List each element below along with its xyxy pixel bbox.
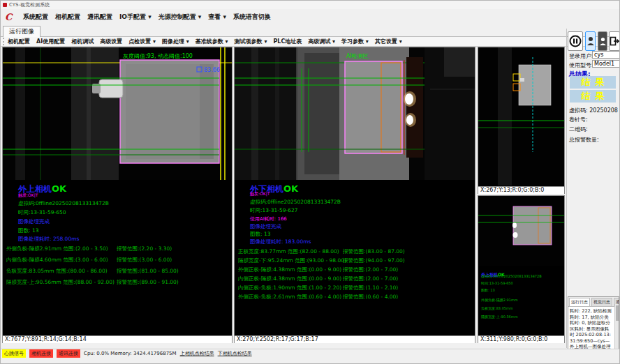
alarm-range: 报警范围:(94.00 - 97.00)	[343, 257, 405, 264]
exit-door-icon	[610, 36, 619, 46]
upper-camera-panel: 灰度阈值:93, 动态阈值:100 83.66 外上相机OK 触发:OK|T 虚…	[2, 47, 232, 343]
lower-camera-result: OK	[283, 183, 298, 194]
measurement-value: 隔膜宽度-上:90.56mm 范围:(88.00 - 92.00)	[6, 279, 115, 286]
virtual-code-label: 虚拟码: 20250208	[569, 107, 618, 114]
measure-tag-label: 83.66	[204, 67, 220, 73]
tool-advanced-debug[interactable]: 高级调试 ▾	[308, 38, 335, 45]
measurement-value: 内侧正极-负极:1.90mm 范围:(1.00 - 2.20)	[238, 285, 341, 291]
tool-camera-config[interactable]: 相机配置	[8, 38, 30, 45]
alarm-range: 报警范围:(2.20 - 3.30)	[117, 245, 172, 252]
app-window: CYS-视觉检测系统 C 系统配置 相机配置 通讯配置 IO手配置 ▾ 光源控制…	[0, 0, 620, 364]
lower-code-text: 虚拟码:0ffline2025020813313472B	[250, 199, 341, 206]
upper-camera-check-link[interactable]: 上相机点检结果	[180, 350, 214, 357]
measurement-value: 负极宽度:83.05mm 范围:(80.00 - 86.00)	[6, 268, 108, 275]
measurement-value: 隔膜宽度-下:95.24mm 范围:(93.00 - 98.00)	[238, 257, 346, 264]
measurement-value: 内侧正极-隔膜:4.38mm 范围:(0.00 - 9.00)	[238, 275, 341, 282]
thumb-text-line: 时间:13-31-59-650	[481, 281, 513, 285]
log-content: 耗时: 222, 缺陷检测耗时: 17, 缺陷分类耗时: 0, 缺陷提取分区耗时…	[568, 307, 619, 349]
upper-time-text: 时间:13-31-59-650	[18, 209, 66, 216]
upper-trigger-text: 触发:OK|T	[18, 192, 38, 199]
login-user-field[interactable]	[592, 51, 620, 59]
tool-learning-params[interactable]: 学习参数 ▾	[341, 38, 369, 45]
log-panel: 运行日志 视觉日志 通讯日志 耗时: 222, 缺陷检测耗时: 17, 缺陷分类…	[568, 296, 619, 349]
thumb-text-line: 虚拟码:0ffline2025020813313472B	[481, 274, 542, 278]
alarm-range: 报警范围:(0.60 - 4.00)	[343, 294, 398, 301]
camera-connect-badge: 相机连接	[29, 349, 53, 358]
tool-spot-check[interactable]: 点检设置 ▾	[128, 38, 156, 45]
cpu-memory-text: Cpu: 0.0% Memory: 3424.41796875M	[84, 351, 177, 356]
toolbar: 相机配置 AI使用配置 相机调试 高级设置 点检设置 ▾ 图像处理 ▾ 基准线参…	[1, 37, 620, 47]
upper-camera-statusline: X:7677;Y:891;R:14;G:14;B:14	[3, 335, 232, 343]
log-tab-run[interactable]: 运行日志	[569, 298, 590, 306]
user-settings-button[interactable]	[598, 31, 607, 51]
measurement-row: 隔膜宽度-下:95.24mm 范围:(93.00 - 98.00) 报警范围:(…	[235, 257, 475, 264]
lower-camera-check-link[interactable]: 下相机点检结果	[218, 350, 252, 357]
user-gear-icon	[599, 37, 607, 46]
thumbnail-bottom-image[interactable]	[478, 196, 564, 266]
tab-run-image[interactable]: 运行图像	[3, 26, 40, 37]
tool-plc-address-table[interactable]: PLC地址表	[273, 38, 302, 45]
tool-image-processing[interactable]: 图像处理 ▾	[162, 38, 189, 45]
lower-done-text: 图像处理完成	[250, 223, 281, 230]
tool-camera-debug[interactable]: 相机调试	[71, 38, 94, 45]
tool-other-settings[interactable]: 其它设置 ▾	[375, 38, 402, 45]
upper-camera-image[interactable]: 灰度阈值:93, 动态阈值:100 83.66	[3, 47, 232, 180]
log-scrollbar[interactable]	[614, 304, 619, 349]
measurement-row: 内侧正极-负极:1.90mm 范围:(1.00 - 2.20) 报警范围:(1.…	[235, 285, 475, 291]
upper-elapsed-text: 图像处理耗时: 258.00ms	[18, 236, 79, 243]
thumbnail-top-image[interactable]	[478, 47, 564, 185]
lower-camera-panel: AI检测区 外下相机OK 触发:OK|T 虚拟码:0ffline20250208…	[234, 47, 475, 343]
menu-system-config[interactable]: 系统配置	[23, 13, 48, 22]
measurement-value: 外侧正极-负极:2.61mm 范围:(0.60 - 4.00)	[238, 294, 341, 301]
thumbnail-top-panel: X:267;Y:13;R:0;G:0;B:0	[478, 47, 565, 194]
menu-view[interactable]: 查看 ▾	[208, 13, 226, 22]
menu-comm-config[interactable]: 通讯配置	[87, 13, 112, 22]
measurement-row: 外侧正极-隔膜:4.38mm 范围:(0.00 - 9.00) 报警范围:(2.…	[235, 266, 475, 273]
toolbar-grip[interactable]	[3, 38, 4, 45]
tool-baseline-params[interactable]: 基准线参数 ▾	[195, 38, 228, 45]
upper-code-text: 虚拟码:0ffline2025020813313472B	[18, 200, 109, 207]
pause-button[interactable]	[568, 31, 583, 51]
lower-camera-image[interactable]: AI检测区	[235, 47, 475, 180]
result-badge-1: 结果	[570, 76, 616, 89]
ai-region-label: AI检测区	[346, 53, 369, 59]
measurement-row: 正极宽度:83.77mm 范围:(82.00 - 88.00) 报警范围:(83…	[235, 248, 475, 255]
menu-io-config[interactable]: IO手配置 ▾	[119, 13, 152, 22]
upper-done-text: 图像处理完成	[18, 218, 50, 225]
upper-camera-result: OK	[52, 183, 66, 194]
tool-ai-usage-config[interactable]: AI使用配置	[36, 38, 65, 45]
log-tab-vision[interactable]: 视觉日志	[591, 298, 612, 306]
status-bar: 心跳信号 相机连接 通讯连接 Cpu: 0.0% Memory: 3424.41…	[1, 349, 620, 358]
login-user-button[interactable]	[585, 31, 596, 51]
comm-connect-badge: 通讯连接	[57, 349, 80, 358]
lower-count-text: 图数: 13	[250, 231, 270, 238]
qr-code-label: 二维码:	[569, 126, 588, 133]
pause-icon	[569, 35, 582, 47]
tool-advanced-settings[interactable]: 高级设置	[100, 38, 122, 45]
menu-bar: C 系统配置 相机配置 通讯配置 IO手配置 ▾ 光源控制配置 ▾ 查看 ▾ 系…	[1, 9, 620, 24]
measurement-row: 负极宽度:83.05mm 范围:(80.00 - 86.00) 报警范围:(81…	[3, 268, 232, 275]
app-icon	[3, 3, 7, 7]
alarm-range: 报警范围:(81.00 - 85.00)	[117, 268, 179, 275]
menu-light-control[interactable]: 光源控制配置 ▾	[158, 13, 202, 22]
upper-count-text: 图数: 13	[18, 227, 38, 234]
exit-button[interactable]	[609, 31, 620, 51]
brand-logo-icon: C	[5, 12, 16, 22]
tool-test-item-params[interactable]: 测试项参数 ▾	[235, 38, 267, 45]
measurement-row: 内侧负极-隔膜4.60mm 范围:(3.00 - 6.00) 报警范围:(3.0…	[3, 257, 232, 264]
window-title: CYS-视觉检测系统	[9, 1, 50, 8]
menu-language-switch[interactable]: 系统语言切换	[233, 13, 271, 22]
menu-camera-config[interactable]: 相机配置	[55, 13, 80, 22]
model-field[interactable]	[592, 60, 620, 68]
alarm-range: 报警范围:(3.00 - 6.00)	[117, 257, 172, 264]
user-icon	[586, 36, 595, 46]
alarm-range: 报警范围:(1.10 - 2.10)	[343, 285, 398, 291]
alarm-count-label: 总报警数量:	[569, 136, 599, 144]
thumbnail-top-statusline: X:267;Y:13;R:0;G:0;B:0	[478, 186, 564, 194]
measurement-row: 外侧负极-隔膜2.91mm 范围:(2.00 - 3.50) 报警范围:(2.2…	[3, 245, 232, 252]
lower-trigger-text: 触发:OK|T	[250, 191, 270, 197]
login-user-label: 登录用户:	[569, 52, 593, 60]
lower-ai-time-text: 使用AI耗时: 166	[250, 215, 287, 222]
log-tab-strip: 运行日志 视觉日志 通讯日志	[568, 297, 619, 307]
alarm-range: 报警范围:(89.00 - 91.00)	[117, 279, 179, 286]
